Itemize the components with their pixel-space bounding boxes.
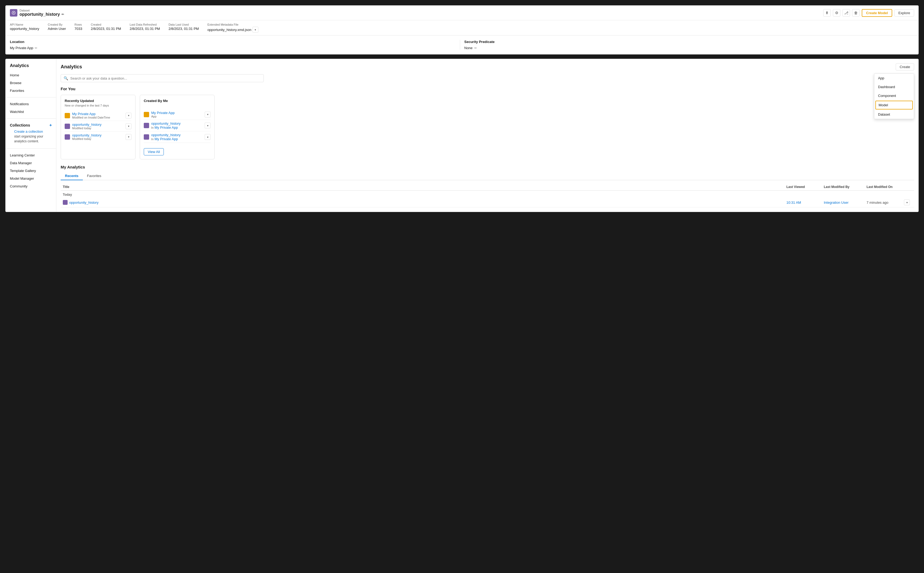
security-predicate-edit-icon[interactable]: ✏ — [474, 46, 477, 50]
created-item-1: opportunity_history In My Private App ▾ — [144, 120, 210, 132]
created-item-2: opportunity_history In My Private App ▾ — [144, 132, 210, 143]
dropdown-item-dataset[interactable]: Dataset — [874, 110, 914, 119]
collections-add-icon[interactable]: + — [49, 123, 52, 128]
created-item-1-chevron[interactable]: ▾ — [205, 122, 210, 128]
security-predicate-label: Security Predicate — [464, 40, 910, 44]
row-title-cell: opportunity_history — [63, 200, 786, 205]
row-last-modified-by: Integration User — [824, 200, 866, 205]
location-label: Location — [10, 40, 456, 44]
search-bar[interactable]: 🔍 — [61, 74, 264, 82]
recent-item-2-name[interactable]: opportunity_history — [72, 133, 102, 137]
sidebar-item-community[interactable]: Community — [6, 182, 56, 190]
created-item-2-detail-link[interactable]: My Private App — [154, 137, 178, 141]
recent-item-0-name[interactable]: My Private App — [72, 112, 110, 116]
recent-item-2: opportunity_history Modified today ▾ — [65, 132, 132, 142]
dataset-title-group: Dataset opportunity_history ✏ — [10, 9, 64, 17]
recent-item-2-icon — [65, 134, 70, 139]
dataset-icon — [10, 9, 17, 17]
recent-item-1-name[interactable]: opportunity_history — [72, 122, 102, 127]
sidebar-item-learning-center[interactable]: Learning Center — [6, 151, 56, 159]
created-item-0-name[interactable]: My Private App — [151, 111, 174, 115]
dropdown-item-app[interactable]: App — [874, 74, 914, 83]
tab-recents[interactable]: Recents — [61, 172, 83, 180]
analytics-main: Analytics Create 🔍 For You Recently Upda… — [56, 59, 918, 212]
created-item-0-detail: App — [151, 115, 174, 118]
recently-updated-subtitle: New or changed in the last 7 days — [65, 104, 132, 107]
row-icon — [63, 200, 67, 205]
dataset-meta: API Name opportunity_history Created By … — [6, 20, 918, 36]
delete-button[interactable]: 🗑 — [852, 9, 860, 17]
ext-meta-dropdown-button[interactable]: ▾ — [253, 27, 258, 33]
recent-item-0-left: My Private App Modified on Invalid DateT… — [65, 112, 110, 119]
recent-item-1-icon — [65, 124, 70, 129]
sidebar-item-home[interactable]: Home — [6, 71, 56, 79]
for-you-section: For You Recently Updated New or changed … — [61, 86, 914, 160]
recent-item-1-chevron[interactable]: ▾ — [126, 124, 132, 129]
recently-updated-card: Recently Updated New or changed in the l… — [61, 95, 135, 160]
dataset-detail-panel: Dataset opportunity_history ✏ ⬆ ⚙ ⎇ 🗑 Cr… — [5, 5, 919, 55]
branch-button[interactable]: ⎇ — [842, 9, 850, 17]
created-item-1-name[interactable]: opportunity_history — [151, 122, 180, 125]
recent-item-0-chevron[interactable]: ▾ — [126, 113, 132, 119]
dropdown-item-dashboard[interactable]: Dashboard — [874, 83, 914, 91]
collections-text-1 — [47, 130, 56, 133]
sidebar-item-data-manager[interactable]: Data Manager — [6, 159, 56, 167]
security-predicate-section: Security Predicate None ✏ — [464, 40, 915, 50]
row-name[interactable]: opportunity_history — [69, 200, 99, 205]
sidebar-divider-2 — [6, 118, 56, 119]
sidebar-item-watchlist[interactable]: Watchlist — [6, 108, 56, 116]
location-edit-icon[interactable]: ✏ — [35, 46, 38, 50]
meta-data-last-used-label: Data Last Used — [169, 23, 199, 26]
search-input[interactable] — [70, 77, 261, 80]
recent-item-0-icon — [65, 113, 70, 118]
sidebar-item-favorites[interactable]: Favorites — [6, 87, 56, 94]
table-group-today: Today — [61, 191, 914, 197]
recent-item-0-info: My Private App Modified on Invalid DateT… — [72, 112, 110, 119]
meta-created-label: Created — [91, 23, 121, 26]
recent-item-1-info: opportunity_history Modified today — [72, 122, 102, 130]
tab-favorites[interactable]: Favorites — [83, 172, 105, 180]
sidebar-item-template-gallery[interactable]: Template Gallery — [6, 167, 56, 175]
upload-button[interactable]: ⬆ — [823, 9, 831, 17]
analytics-sidebar: Analytics Home Browse Favorites Notifica… — [6, 59, 56, 212]
trash-icon: 🗑 — [854, 11, 858, 15]
recent-item-2-chevron[interactable]: ▾ — [126, 134, 132, 140]
security-predicate-value-row: None ✏ — [464, 46, 910, 50]
create-collection-link[interactable]: Create a collection — [10, 128, 47, 135]
meta-created: Created 2/8/2023, 01:31 PM — [91, 23, 121, 33]
created-item-0: My Private App App ▾ — [144, 109, 210, 120]
sidebar-divider-1 — [6, 97, 56, 97]
created-item-1-detail-link[interactable]: My Private App — [154, 125, 178, 130]
sidebar-item-model-manager[interactable]: Model Manager — [6, 175, 56, 182]
settings-button[interactable]: ⚙ — [833, 9, 840, 17]
dropdown-item-component[interactable]: Component — [874, 91, 914, 100]
gear-icon: ⚙ — [835, 11, 838, 15]
sidebar-item-browse[interactable]: Browse — [6, 79, 56, 87]
recent-item-1: opportunity_history Modified today ▾ — [65, 121, 132, 132]
my-analytics-section: My Analytics Recents Favorites Title Las… — [61, 165, 914, 207]
created-item-0-chevron[interactable]: ▾ — [205, 112, 210, 117]
collections-text-3: analytics content. — [10, 139, 43, 143]
col-last-modified-by: Last Modified By — [824, 185, 866, 189]
meta-created-by: Created By Admin User — [48, 23, 66, 33]
dataset-edit-icon[interactable]: ✏ — [61, 13, 64, 16]
dataset-name-row: opportunity_history ✏ — [19, 12, 64, 17]
dataset-type-label: Dataset — [19, 9, 64, 12]
meta-api-name-value: opportunity_history — [10, 27, 39, 31]
create-button[interactable]: Create — [896, 63, 914, 70]
created-item-1-info: opportunity_history In My Private App — [151, 122, 180, 130]
dropdown-item-model[interactable]: Model — [875, 101, 913, 110]
sidebar-title: Analytics — [6, 63, 56, 71]
row-chevron[interactable]: ▾ — [904, 199, 910, 205]
view-all-button[interactable]: View All — [144, 148, 164, 155]
recent-item-1-detail: Modified today — [72, 127, 102, 130]
explore-button[interactable]: Explore — [894, 9, 914, 17]
security-predicate-value: None — [464, 46, 473, 50]
location-section: Location My Private App ✏ — [10, 40, 460, 50]
created-item-1-left: opportunity_history In My Private App — [144, 122, 180, 130]
created-item-2-detail: In My Private App — [151, 137, 180, 141]
created-item-2-name[interactable]: opportunity_history — [151, 133, 180, 137]
create-model-button[interactable]: Create Model — [862, 9, 892, 17]
sidebar-item-notifications[interactable]: Notifications — [6, 100, 56, 108]
created-item-2-chevron[interactable]: ▾ — [205, 134, 210, 140]
